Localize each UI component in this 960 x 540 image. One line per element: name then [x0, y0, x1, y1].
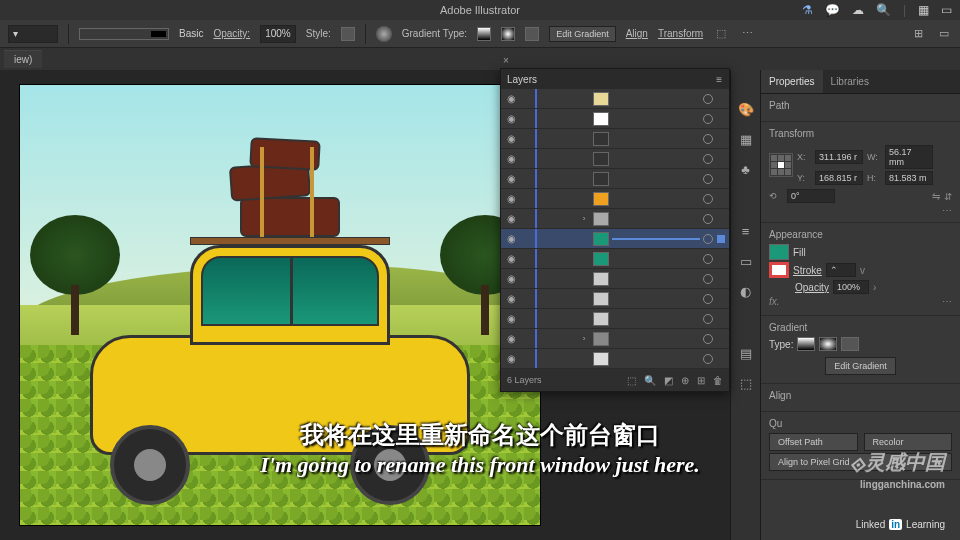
- panel-icon[interactable]: ▭: [936, 26, 952, 42]
- visibility-icon[interactable]: ◉: [505, 293, 517, 305]
- chat-icon[interactable]: 💬: [825, 3, 840, 17]
- visibility-icon[interactable]: ◉: [505, 93, 517, 105]
- visibility-icon[interactable]: ◉: [505, 233, 517, 245]
- edit-gradient-button[interactable]: Edit Gradient: [825, 357, 896, 375]
- opacity-field[interactable]: 100%: [833, 280, 869, 294]
- layer-row[interactable]: ◉: [501, 229, 729, 249]
- transform-link[interactable]: Transform: [658, 28, 703, 39]
- delete-layer-icon[interactable]: 🗑: [713, 375, 723, 386]
- layer-row[interactable]: ◉: [501, 289, 729, 309]
- grad-swatch-2[interactable]: [501, 27, 515, 41]
- layers-panel-header[interactable]: × Layers ≡: [501, 69, 729, 89]
- visibility-icon[interactable]: ◉: [505, 213, 517, 225]
- fill-swatch[interactable]: [769, 244, 789, 260]
- locate-icon[interactable]: ⬚: [627, 375, 636, 386]
- layer-row[interactable]: ◉: [501, 109, 729, 129]
- workspace-icon[interactable]: ▦: [918, 3, 929, 17]
- visibility-icon[interactable]: ◉: [505, 333, 517, 345]
- panel-menu-icon[interactable]: ≡: [716, 74, 723, 85]
- arrange-icon[interactable]: ▭: [941, 3, 952, 17]
- more-options-icon[interactable]: ⋯: [769, 205, 952, 216]
- appearance-icon[interactable]: ◐: [737, 282, 755, 300]
- more-options-icon[interactable]: ⋯: [942, 296, 952, 307]
- target-icon[interactable]: [703, 174, 713, 184]
- tab-properties[interactable]: Properties: [761, 70, 823, 93]
- align-link[interactable]: Align: [626, 28, 648, 39]
- grad-radial[interactable]: [819, 337, 837, 351]
- visibility-icon[interactable]: ◉: [505, 193, 517, 205]
- new-layer-icon[interactable]: ⊞: [697, 375, 705, 386]
- target-icon[interactable]: [703, 194, 713, 204]
- layer-row[interactable]: ◉: [501, 149, 729, 169]
- target-icon[interactable]: [703, 274, 713, 284]
- document-tab[interactable]: iew): [4, 50, 42, 68]
- layers-icon[interactable]: ▤: [737, 344, 755, 362]
- layer-row[interactable]: ◉: [501, 89, 729, 109]
- stroke-preview[interactable]: [79, 28, 169, 40]
- layers-panel[interactable]: × Layers ≡ ◉◉◉◉◉◉◉›◉◉◉◉◉◉›◉ 6 Layers ⬚ 🔍…: [500, 68, 730, 392]
- fill-dropdown[interactable]: ▾: [8, 25, 58, 43]
- w-field[interactable]: 56.17 mm: [885, 145, 933, 169]
- flask-icon[interactable]: ⚗: [802, 3, 813, 17]
- grad-swatch-3[interactable]: [525, 27, 539, 41]
- visibility-icon[interactable]: ◉: [505, 173, 517, 185]
- stroke-icon[interactable]: ≡: [737, 222, 755, 240]
- expand-icon[interactable]: ›: [579, 334, 589, 343]
- stroke-profile[interactable]: Basic: [179, 28, 203, 39]
- visibility-icon[interactable]: ◉: [505, 273, 517, 285]
- target-icon[interactable]: [703, 214, 713, 224]
- h-field[interactable]: 81.583 m: [885, 171, 933, 185]
- y-field[interactable]: 168.815 r: [815, 171, 863, 185]
- more-icon[interactable]: ⋯: [739, 26, 755, 42]
- target-icon[interactable]: [703, 254, 713, 264]
- visibility-icon[interactable]: ◉: [505, 133, 517, 145]
- reference-point[interactable]: [769, 153, 793, 177]
- clip-mask-icon[interactable]: ◩: [664, 375, 673, 386]
- isolate-icon[interactable]: ⬚: [713, 26, 729, 42]
- layer-row[interactable]: ◉: [501, 249, 729, 269]
- tab-libraries[interactable]: Libraries: [823, 70, 877, 93]
- search-layer-icon[interactable]: 🔍: [644, 375, 656, 386]
- style-swatch[interactable]: [341, 27, 355, 41]
- opacity-label[interactable]: Opacity:: [213, 28, 250, 39]
- panel-close-icon[interactable]: ×: [503, 55, 509, 66]
- layer-row[interactable]: ◉: [501, 129, 729, 149]
- gradient-circle-icon[interactable]: [376, 26, 392, 42]
- layer-row[interactable]: ◉›: [501, 209, 729, 229]
- visibility-icon[interactable]: ◉: [505, 253, 517, 265]
- layer-row[interactable]: ◉: [501, 269, 729, 289]
- layer-row[interactable]: ◉›: [501, 329, 729, 349]
- target-icon[interactable]: [703, 134, 713, 144]
- fx-label[interactable]: fx.: [769, 296, 780, 307]
- opacity-value[interactable]: 100%: [260, 25, 296, 43]
- artboards-icon[interactable]: ⬚: [737, 374, 755, 392]
- target-icon[interactable]: [703, 354, 713, 364]
- grad-linear[interactable]: [797, 337, 815, 351]
- symbols-icon[interactable]: ♣: [737, 160, 755, 178]
- layer-row[interactable]: ◉: [501, 189, 729, 209]
- flip-h-icon[interactable]: ⇋: [932, 191, 940, 202]
- target-icon[interactable]: [703, 314, 713, 324]
- x-field[interactable]: 311.196 r: [815, 150, 863, 164]
- visibility-icon[interactable]: ◉: [505, 313, 517, 325]
- swatches-icon[interactable]: ▦: [737, 130, 755, 148]
- target-icon[interactable]: [703, 234, 713, 244]
- grad-free[interactable]: [841, 337, 859, 351]
- grid-icon[interactable]: ⊞: [910, 26, 926, 42]
- target-icon[interactable]: [703, 94, 713, 104]
- stroke-swatch[interactable]: [769, 262, 789, 278]
- flip-v-icon[interactable]: ⇵: [944, 191, 952, 202]
- rotate-field[interactable]: 0°: [787, 189, 835, 203]
- edit-gradient-button[interactable]: Edit Gradient: [549, 26, 616, 42]
- target-icon[interactable]: [703, 154, 713, 164]
- layer-row[interactable]: ◉: [501, 169, 729, 189]
- layer-row[interactable]: ◉: [501, 349, 729, 369]
- color-icon[interactable]: 🎨: [737, 100, 755, 118]
- expand-icon[interactable]: ›: [579, 214, 589, 223]
- target-icon[interactable]: [703, 294, 713, 304]
- search-icon[interactable]: 🔍: [876, 3, 891, 17]
- stroke-weight[interactable]: ⌃: [826, 263, 856, 277]
- visibility-icon[interactable]: ◉: [505, 113, 517, 125]
- visibility-icon[interactable]: ◉: [505, 353, 517, 365]
- target-icon[interactable]: [703, 334, 713, 344]
